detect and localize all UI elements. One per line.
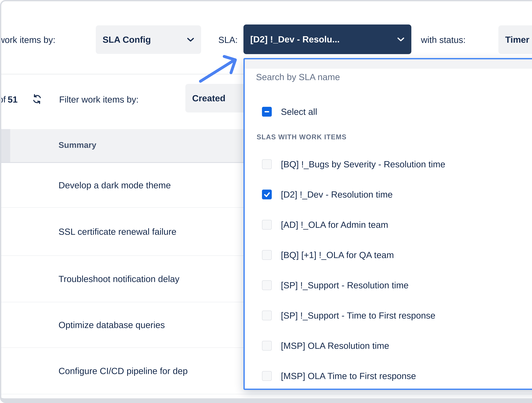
status-filter-label: Timer not started: [505, 34, 532, 45]
sla-option-label: [MSP] OLA Time to First response: [281, 371, 416, 381]
sla-selected-label: [D2] !_Dev - Resolu...: [250, 34, 340, 45]
filter-work-items-label: Filter work items by:: [59, 94, 139, 104]
sla-option-label: [AD] !_OLA for Admin team: [281, 220, 388, 230]
sla-option[interactable]: [BQ] !_Bugs by Severity - Resolution tim…: [245, 149, 532, 179]
sla-option-label: [SP] !_Support - Time to First response: [281, 310, 435, 321]
chevron-down-icon: [397, 37, 405, 42]
work-item-summary: Develop a dark mode theme: [58, 180, 171, 190]
sla-config-dropdown-button[interactable]: SLA Config: [96, 25, 201, 54]
section-header-slas-with-work-items: SLAS WITH WORK ITEMS: [257, 133, 347, 141]
column-header-summary: Summary: [58, 140, 96, 150]
work-item-count: of51: [0, 94, 18, 104]
work-item-summary: SSL certificate renewal failure: [58, 227, 176, 237]
sla-option[interactable]: [D2] !_Dev - Resolution time: [245, 179, 532, 210]
sla-option-label: [BQ] [+1] !_OLA for QA team: [281, 250, 394, 260]
sla-option[interactable]: [MSP] OLA Resolution time: [245, 331, 532, 361]
sla-option[interactable]: [AD] !_OLA for Admin team: [245, 210, 532, 240]
table-header-selection-column: [1, 129, 10, 163]
search-input[interactable]: [256, 71, 532, 83]
with-status-label: with status:: [421, 35, 466, 45]
annotation-arrow-icon: [191, 50, 245, 88]
sla-option-checkbox[interactable]: [262, 311, 272, 320]
sla-option-label: [D2] !_Dev - Resolution time: [281, 189, 393, 200]
sla-option-checkbox[interactable]: [262, 341, 272, 351]
sla-selected-dropdown-button[interactable]: [D2] !_Dev - Resolu...: [243, 25, 411, 54]
sla-option-label: [BQ] !_Bugs by Severity - Resolution tim…: [281, 159, 445, 169]
sla-option-checkbox[interactable]: [262, 280, 272, 290]
sla-option[interactable]: [SP] !_Support - Resolution time: [245, 270, 532, 300]
chevron-down-icon: [187, 37, 194, 42]
sla-label: SLA:: [218, 35, 238, 45]
table-row-partial: [1, 394, 532, 402]
sla-option[interactable]: [SP] !_Support - Time to First response: [245, 300, 532, 331]
refresh-icon[interactable]: [32, 93, 43, 104]
screenshot-card: work items by: SLA Config SLA: [D2] !_De…: [0, 0, 532, 403]
sla-option[interactable]: [BQ] [+1] !_OLA for QA team: [245, 240, 532, 270]
count-prefix: of: [0, 94, 6, 104]
select-all-option[interactable]: Select all: [262, 103, 317, 121]
work-item-summary: Troubleshoot notification delay: [58, 274, 179, 284]
work-item-summary: Optimize database queries: [58, 320, 165, 330]
select-all-checkbox[interactable]: [262, 107, 272, 117]
sla-option-checkbox[interactable]: [262, 159, 272, 169]
created-label: Created: [192, 93, 225, 104]
sla-dropdown-panel: Select all SLAS WITH WORK ITEMS [BQ] !_B…: [243, 58, 532, 390]
sla-option-checkbox[interactable]: [262, 189, 272, 199]
indeterminate-dash-icon: [265, 111, 269, 112]
work-items-by-label: work items by:: [0, 35, 55, 45]
sla-option-label: [MSP] OLA Resolution time: [281, 341, 389, 351]
sla-option-checkbox[interactable]: [262, 250, 272, 260]
sla-option-checkbox[interactable]: [262, 220, 272, 230]
status-filter-dropdown-button[interactable]: Timer not started: [498, 25, 532, 54]
sla-option-label: [SP] !_Support - Resolution time: [281, 280, 409, 290]
select-all-label: Select all: [281, 107, 317, 117]
count-value: 51: [8, 94, 18, 104]
sla-option[interactable]: [MSP] OLA Time to First response: [245, 361, 532, 391]
sla-option-checkbox[interactable]: [262, 371, 272, 381]
panel-top-strip: [245, 59, 532, 69]
work-item-summary: Configure CI/CD pipeline for dep: [58, 366, 188, 376]
sla-config-label: SLA Config: [102, 34, 151, 45]
